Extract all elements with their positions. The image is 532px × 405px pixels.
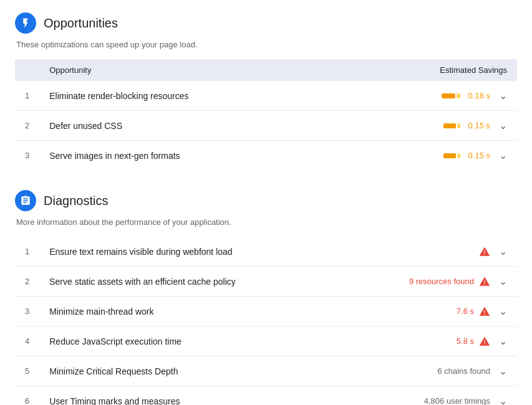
diagnostics-subtitle: More information about the performance o…	[15, 217, 517, 227]
chevron-icon[interactable]: ⌄	[499, 90, 507, 102]
warning-icon	[479, 336, 490, 347]
row-label: Defer unused CSS	[39, 111, 348, 141]
chevron-icon[interactable]: ⌄	[499, 275, 507, 287]
savings-bar	[442, 93, 460, 98]
info-text: 6 chains found	[437, 366, 490, 376]
row-label: Eliminate render-blocking resources	[39, 81, 348, 111]
opp-row[interactable]: 2 Defer unused CSS 0.15 s ⌄	[15, 111, 517, 141]
col-num	[15, 59, 39, 81]
warning-icon	[479, 276, 490, 287]
row-num: 3	[15, 141, 39, 171]
chevron-icon[interactable]: ⌄	[499, 335, 507, 347]
row-label: Minimize Critical Requests Depth	[39, 356, 343, 386]
warning-icon	[479, 246, 490, 257]
row-label: Serve static assets with an efficient ca…	[39, 267, 343, 297]
row-info: 4,806 user timings ⌄	[343, 386, 517, 406]
col-opportunity: Opportunity	[39, 59, 348, 81]
diagnostics-table: 1 Ensure text remains visible during web…	[15, 237, 517, 405]
diag-row[interactable]: 2 Serve static assets with an efficient …	[15, 267, 517, 297]
row-num: 1	[15, 81, 39, 111]
chevron-icon[interactable]: ⌄	[499, 305, 507, 317]
opportunities-subtitle: These optimizations can speed up your pa…	[15, 40, 517, 49]
row-num: 4	[15, 326, 39, 356]
savings-value: 0.15 s	[465, 121, 490, 130]
diagnostics-title: Diagnostics	[44, 194, 108, 208]
warning-icon	[479, 306, 490, 317]
row-num: 2	[15, 267, 39, 297]
savings-bar	[443, 123, 460, 128]
diag-row[interactable]: 3 Minimize main-thread work 7.6 s ⌄	[15, 297, 517, 326]
row-info: 6 chains found ⌄	[343, 356, 517, 386]
opp-row[interactable]: 1 Eliminate render-blocking resources 0.…	[15, 81, 517, 111]
diag-row[interactable]: 1 Ensure text remains visible during web…	[15, 237, 517, 267]
bar-orange	[443, 153, 456, 158]
savings-value: 0.18 s	[465, 91, 490, 100]
chevron-icon[interactable]: ⌄	[499, 150, 507, 161]
row-savings: 0.15 s ⌄	[348, 141, 517, 171]
row-label: User Timing marks and measures	[39, 386, 343, 406]
savings-value: 0.15 s	[465, 151, 490, 160]
clipboard-icon	[20, 195, 31, 206]
info-text: 9 resources found	[409, 277, 474, 286]
col-savings: Estimated Savings	[348, 59, 517, 81]
row-num: 2	[15, 111, 39, 141]
info-text: 5.8 s	[457, 336, 474, 346]
bar-yellow	[457, 153, 460, 158]
row-savings: 0.18 s ⌄	[348, 81, 517, 111]
opportunities-title: Opportunities	[44, 16, 118, 31]
opportunities-table-header: Opportunity Estimated Savings	[15, 59, 517, 81]
chevron-icon[interactable]: ⌄	[499, 365, 507, 377]
chevron-icon[interactable]: ⌄	[499, 395, 507, 405]
row-label: Reduce JavaScript execution time	[39, 326, 343, 356]
row-num: 3	[15, 297, 39, 326]
row-info: 9 resources found ⌄	[343, 267, 517, 297]
row-info: 5.8 s ⌄	[343, 326, 517, 356]
row-num: 1	[15, 237, 39, 267]
diagnostics-icon	[15, 190, 36, 211]
diag-row[interactable]: 5 Minimize Critical Requests Depth 6 cha…	[15, 356, 517, 386]
bar-yellow	[457, 93, 460, 98]
diag-row[interactable]: 4 Reduce JavaScript execution time 5.8 s…	[15, 326, 517, 356]
row-savings: 0.15 s ⌄	[348, 111, 517, 141]
opp-row[interactable]: 3 Serve images in next-gen formats 0.15 …	[15, 141, 517, 171]
row-info: ⌄	[343, 237, 517, 267]
bar-orange	[442, 93, 455, 98]
row-label: Minimize main-thread work	[39, 297, 343, 326]
row-num: 6	[15, 386, 39, 406]
bar-yellow	[457, 123, 460, 128]
row-info: 7.6 s ⌄	[343, 297, 517, 326]
row-label: Ensure text remains visible during webfo…	[39, 237, 343, 267]
info-text: 4,806 user timings	[424, 396, 490, 405]
diagnostics-header: Diagnostics	[15, 190, 517, 211]
savings-bar	[443, 153, 460, 158]
opportunities-table: Opportunity Estimated Savings 1 Eliminat…	[15, 59, 517, 170]
chevron-icon[interactable]: ⌄	[499, 245, 507, 257]
info-text: 7.6 s	[457, 307, 474, 316]
diag-row[interactable]: 6 User Timing marks and measures 4,806 u…	[15, 386, 517, 406]
opportunities-header: Opportunities	[15, 12, 517, 34]
row-label: Serve images in next-gen formats	[39, 141, 348, 171]
bar-orange	[443, 123, 456, 128]
row-num: 5	[15, 356, 39, 386]
chevron-icon[interactable]: ⌄	[499, 120, 507, 131]
opportunities-icon	[15, 12, 36, 34]
lightning-icon	[20, 17, 31, 29]
